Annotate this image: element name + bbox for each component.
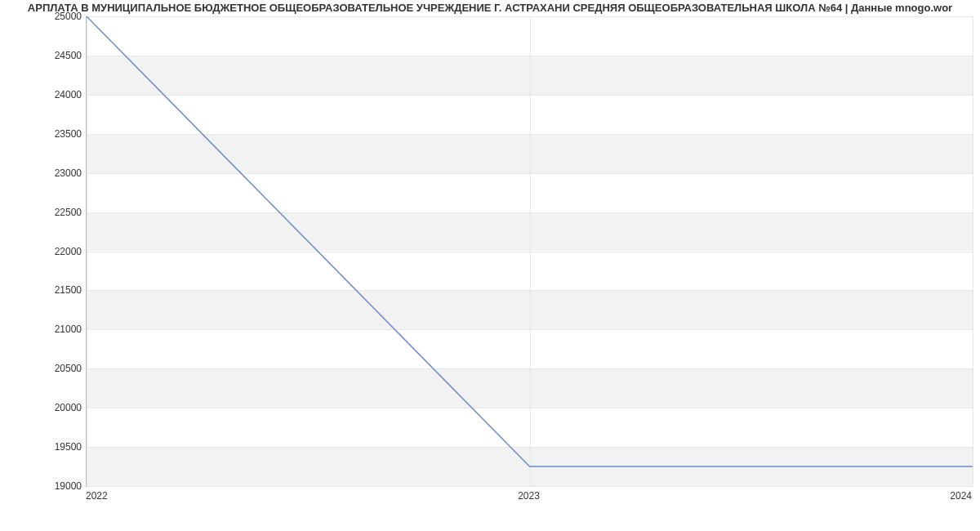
chart-container: АРПЛАТА В МУНИЦИПАЛЬНОЕ БЮДЖЕТНОЕ ОБЩЕОБ… bbox=[0, 0, 980, 531]
y-tick-label: 21000 bbox=[33, 324, 82, 335]
y-tick-label: 23000 bbox=[33, 167, 82, 179]
h-gridline bbox=[87, 486, 973, 487]
y-tick-label: 23500 bbox=[33, 128, 82, 140]
v-gridline bbox=[973, 16, 973, 486]
plot-area bbox=[86, 16, 973, 487]
y-tick-label: 20500 bbox=[33, 363, 82, 374]
chart-title: АРПЛАТА В МУНИЦИПАЛЬНОЕ БЮДЖЕТНОЕ ОБЩЕОБ… bbox=[0, 2, 980, 14]
y-tick-label: 19000 bbox=[33, 480, 82, 492]
y-tick-label: 20000 bbox=[33, 402, 82, 413]
y-tick-label: 21500 bbox=[33, 284, 82, 296]
y-tick-label: 19500 bbox=[33, 441, 82, 453]
x-tick-label: 2023 bbox=[518, 490, 540, 502]
x-tick-label: 2024 bbox=[950, 490, 972, 502]
y-tick-label: 24500 bbox=[33, 50, 82, 61]
y-tick-label: 22500 bbox=[33, 207, 82, 218]
series-line bbox=[87, 16, 973, 466]
y-tick-label: 25000 bbox=[33, 11, 82, 22]
y-tick-label: 22000 bbox=[33, 246, 82, 257]
x-tick-label: 2022 bbox=[86, 490, 108, 502]
y-tick-label: 24000 bbox=[33, 89, 82, 100]
line-layer bbox=[87, 16, 973, 486]
